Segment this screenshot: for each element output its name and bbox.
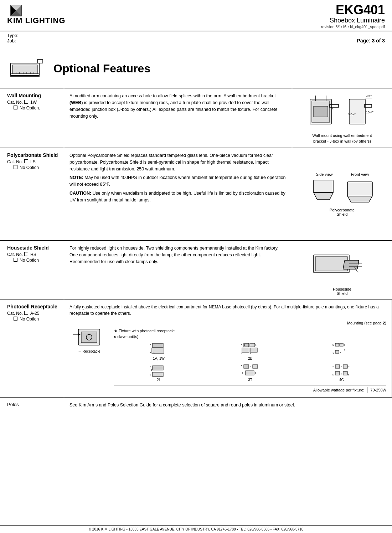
photocell-option1: A-25 bbox=[30, 311, 39, 316]
svg-text:s: s bbox=[241, 352, 242, 354]
svg-text:*: * bbox=[341, 373, 342, 376]
mount-empty: s s s * s bbox=[297, 342, 386, 361]
side-view: Side view bbox=[310, 172, 339, 205]
houseside-title: Houseside Shield bbox=[7, 245, 58, 251]
svg-text:*: * bbox=[241, 364, 242, 368]
svg-rect-32 bbox=[347, 182, 372, 196]
title-area: EKG401 Shoebox Luminaire revision 8/1/16… bbox=[321, 4, 385, 29]
web-bold: (WEB) bbox=[69, 100, 83, 105]
svg-rect-41 bbox=[81, 332, 97, 343]
photocell-option2-checkbox bbox=[14, 317, 17, 321]
poly-right: Side view Front view Polycar bbox=[292, 148, 392, 240]
mount-3t-label: 3T bbox=[248, 377, 252, 383]
svg-rect-55 bbox=[242, 348, 249, 352]
svg-text:s: s bbox=[348, 373, 350, 376]
side-view-label: Side view bbox=[316, 172, 332, 176]
slave-symbol: s bbox=[114, 334, 116, 339]
svg-rect-25 bbox=[365, 104, 372, 107]
job-label: Job: bbox=[7, 38, 19, 43]
wall-mounting-middle: A modified arm containing an access hole… bbox=[64, 88, 292, 148]
mount-4c-svg2: s s s s * s bbox=[332, 363, 351, 377]
poly-caution-label: CAUTION: bbox=[69, 191, 91, 196]
poly-note: NOTE: May be used with 400HPS in outdoor… bbox=[69, 174, 287, 188]
svg-text:s: s bbox=[242, 371, 243, 374]
poly-option2-row: No Option bbox=[7, 165, 58, 170]
houseside-cat-no: Cat. No. HS bbox=[7, 252, 58, 257]
svg-text:s: s bbox=[249, 352, 251, 354]
mount-2b: * s s s s 2B bbox=[205, 342, 295, 361]
mount-3t: * s s s 3T bbox=[205, 363, 295, 383]
houseside-option1-checkbox bbox=[24, 252, 28, 256]
mount-2l-svg: * s s bbox=[149, 363, 169, 377]
svg-rect-87 bbox=[343, 371, 347, 375]
wall-mounting-title: Wall Mounting bbox=[7, 93, 58, 98]
svg-text:s: s bbox=[255, 344, 257, 346]
poly-left: Polycarbonate Shield Cat. No. LS No Opti… bbox=[0, 148, 64, 240]
houseside-option2-row: No Option bbox=[7, 258, 58, 263]
wall-mounting-left: Wall Mounting Cat. No. 1W No Option. bbox=[0, 88, 64, 148]
photocell-option1-checkbox bbox=[24, 311, 28, 315]
svg-text:s: s bbox=[332, 352, 334, 354]
mount-2l-label: 2L bbox=[157, 377, 161, 383]
poly-cat-label: Cat. No. bbox=[7, 159, 23, 164]
photocell-content: A fully gasketed receptacle installed ab… bbox=[64, 299, 392, 397]
wall-mount-diagram: 4¼" 10¼" 5³⁄₁₆" bbox=[296, 92, 388, 131]
wall-mounting-cat-no: Cat. No. 1W bbox=[7, 100, 58, 105]
wattage-value: 70-250W bbox=[367, 387, 386, 393]
kim-lighting-logo: KIM LIGHTING bbox=[7, 4, 68, 27]
svg-text:4¼": 4¼" bbox=[366, 94, 372, 98]
svg-text:KIM LIGHTING: KIM LIGHTING bbox=[7, 16, 66, 25]
svg-text:5³⁄₁₆": 5³⁄₁₆" bbox=[348, 112, 356, 116]
product-type: Shoebox Luminaire bbox=[321, 16, 385, 25]
svg-text:s: s bbox=[348, 365, 350, 368]
mounting-area: Mounting (see page 2) ★ Fixture with pho… bbox=[114, 320, 386, 393]
poles-title: Poles bbox=[7, 402, 58, 407]
svg-rect-30 bbox=[314, 180, 333, 193]
photocell-cat-label: Cat. No. bbox=[7, 311, 23, 316]
svg-rect-68 bbox=[153, 366, 163, 370]
side-view-svg bbox=[310, 176, 339, 205]
poly-option2-checkbox bbox=[14, 165, 17, 169]
type-job-left: Type: Job: bbox=[7, 33, 19, 43]
model-name: EKG401 bbox=[321, 4, 385, 16]
mounting-label: Mounting (see page 2) bbox=[114, 320, 386, 326]
svg-marker-33 bbox=[347, 196, 372, 202]
polycarbonate-section: Polycarbonate Shield Cat. No. LS No Opti… bbox=[0, 148, 392, 241]
poles-section: Poles See Kim Arms and Poles Selection G… bbox=[0, 398, 392, 413]
svg-rect-75 bbox=[253, 365, 258, 368]
mount-4c-label: 4C bbox=[339, 377, 344, 383]
footer-text: © 2016 KIM LIGHTING • 16555 EAST GALE AV… bbox=[89, 527, 304, 531]
svg-text:s: s bbox=[341, 365, 342, 368]
mount-1a1w-label: 1A, 1W bbox=[153, 356, 165, 361]
photocell-inner: ← Receptacle Mounting (see page 2) ★ Fix… bbox=[69, 320, 386, 393]
svg-text:*: * bbox=[150, 351, 151, 355]
houseside-svg bbox=[306, 244, 378, 287]
svg-text:s: s bbox=[150, 373, 151, 376]
poly-middle: Optional Polycarbonate Shield replaces s… bbox=[64, 148, 292, 240]
photocell-option2-row: No Option bbox=[7, 317, 58, 322]
mounting-page-bold: 2 bbox=[383, 321, 385, 325]
houseside-desc: For highly reduced light on houseside. T… bbox=[69, 245, 287, 265]
svg-text:s: s bbox=[153, 352, 155, 354]
page: KIM LIGHTING EKG401 Shoebox Luminaire re… bbox=[0, 0, 392, 533]
wall-mounting-section: Wall Mounting Cat. No. 1W No Option. A m… bbox=[0, 88, 392, 148]
svg-text:10¼": 10¼" bbox=[366, 111, 373, 114]
fixture-note-row: ★ Fixture with photocell receptacle s sl… bbox=[114, 328, 386, 340]
photocell-left: Photocell Receptacle Cat. No. A-25 No Op… bbox=[0, 299, 64, 397]
mount-2b-label: 2B bbox=[248, 356, 252, 361]
houseside-left: Houseside Shield Cat. No. HS No Option bbox=[0, 241, 64, 299]
section-title-area: Optional Features bbox=[0, 45, 392, 88]
mount-2l: * s s 2L bbox=[114, 363, 203, 383]
svg-text:s: s bbox=[344, 344, 345, 346]
photocell-option2: No Option bbox=[20, 317, 39, 322]
svg-rect-36 bbox=[343, 260, 359, 269]
houseside-middle: For highly reduced light on houseside. T… bbox=[64, 241, 292, 299]
poles-left: Poles bbox=[0, 398, 64, 413]
svg-rect-35 bbox=[315, 257, 347, 271]
svg-text:s: s bbox=[332, 373, 334, 376]
houseside-option1: HS bbox=[30, 252, 36, 257]
poly-option1-checkbox bbox=[24, 159, 28, 163]
houseside-section: Houseside Shield Cat. No. HS No Option F… bbox=[0, 241, 392, 299]
wall-mount-svg-right: 4¼" 10¼" 5³⁄₁₆" bbox=[347, 92, 376, 131]
houseside-right: HousesideShield bbox=[292, 241, 392, 299]
